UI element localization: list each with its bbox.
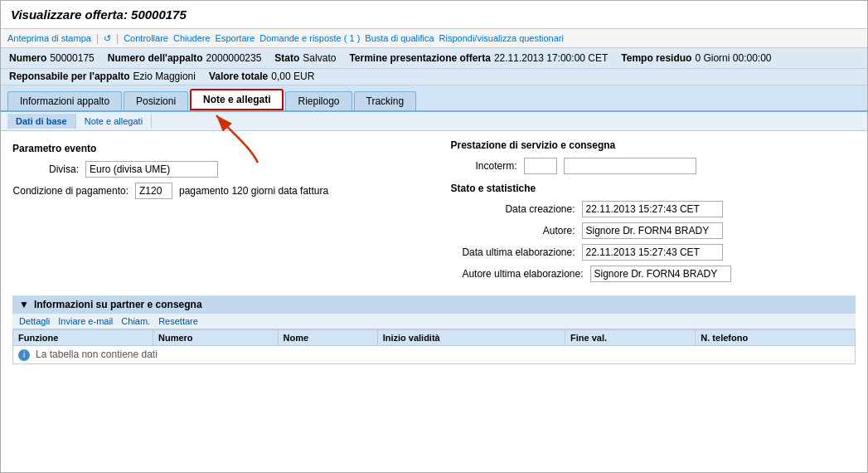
data-creazione-input[interactable] — [582, 201, 723, 217]
info-icon: i — [18, 349, 30, 361]
two-col-layout: Parametro evento Divisa: Condizione di p… — [12, 139, 856, 287]
tab-note[interactable]: Note e allegati — [190, 89, 284, 110]
left-section-title: Parametro evento — [12, 143, 418, 154]
content-area: Parametro evento Divisa: Condizione di p… — [1, 131, 867, 373]
toolbar-esportare[interactable]: Esportare — [216, 33, 255, 43]
info-numero: Numero 50000175 — [9, 52, 95, 64]
tab-informazioni[interactable]: Informazioni appalto — [7, 91, 122, 110]
title-bar: Visualizzare offerta: 50000175 — [1, 1, 867, 29]
valore-value: 0,00 EUR — [271, 71, 314, 82]
partner-section-title: Informazioni su partner e consegna — [34, 299, 202, 310]
stato-label: Stato — [274, 52, 299, 64]
autore-elaborazione-label: Autore ultima elaborazione: — [451, 268, 584, 280]
info-tempo: Tempo residuo 0 Giorni 00:00:00 — [621, 52, 771, 64]
condizione-row: Condizione di pagamento: pagamento 120 g… — [12, 183, 418, 199]
toolbar-domande[interactable]: Domande e risposte ( 1 ) — [259, 33, 360, 43]
toolbar-anteprima[interactable]: Anteprima di stampa — [7, 33, 91, 43]
info-valore: Valore totale 0,00 EUR — [209, 71, 314, 82]
divisa-input[interactable] — [85, 161, 218, 178]
col-telefono: N. telefono — [696, 330, 856, 346]
termine-value: 22.11.2013 17:00:00 CET — [494, 52, 608, 64]
autore-elaborazione-input[interactable] — [590, 266, 731, 282]
tabs-container: Informazioni appalto Posizioni Note e al… — [1, 85, 867, 112]
data-elaborazione-row: Data ultima elaborazione: — [451, 244, 856, 261]
incoterm-input2[interactable] — [564, 158, 696, 174]
col-inizio: Inizio validità — [377, 330, 565, 346]
partner-toolbar: Dettagli Inviare e-mail Chiam. Resettare — [12, 314, 856, 329]
incoterm-row: Incoterm: — [451, 158, 856, 174]
tab-tracking[interactable]: Tracking — [354, 91, 417, 110]
appalto-label: Numero dell'appalto — [108, 52, 203, 64]
partner-dettagli[interactable]: Dettagli — [19, 316, 50, 326]
partner-chiam[interactable]: Chiam. — [121, 316, 150, 326]
subtab-dati-base[interactable]: Dati di base — [7, 114, 76, 129]
no-data-cell: i La tabella non contiene dati — [13, 346, 856, 364]
partner-table: Funzione Numero Nome Inizio validità Fin… — [12, 329, 856, 364]
stats-title: Stato e statistiche — [451, 183, 856, 194]
condizione-label: Condizione di pagamento: — [12, 185, 129, 197]
tab-posizioni[interactable]: Posizioni — [124, 91, 188, 110]
autore-label: Autore: — [451, 225, 575, 236]
tempo-label: Tempo residuo — [621, 52, 691, 64]
tabs-row: Informazioni appalto Posizioni Note e al… — [1, 85, 867, 112]
stato-value: Salvato — [303, 52, 336, 64]
col-nome: Nome — [278, 330, 377, 346]
data-elaborazione-input[interactable] — [582, 244, 723, 261]
info-bar: Numero 50000175 Numero dell'appalto 2000… — [1, 48, 867, 69]
divisa-row: Divisa: — [12, 161, 418, 178]
left-column: Parametro evento Divisa: Condizione di p… — [12, 139, 434, 287]
data-elaborazione-label: Data ultima elaborazione: — [451, 246, 575, 258]
partner-table-area: Funzione Numero Nome Inizio validità Fin… — [12, 329, 856, 364]
incoterm-input1[interactable] — [524, 158, 557, 174]
responsabile-label: Reponsabile per l'appalto — [9, 71, 130, 82]
table-row: i La tabella non contiene dati — [13, 346, 856, 364]
subtab-note-allegati[interactable]: Note e allegati — [76, 114, 152, 129]
autore-row: Autore: — [451, 222, 856, 239]
toolbar-chiudere[interactable]: Chiudere — [173, 33, 211, 43]
tab-riepilogo[interactable]: Riepilogo — [285, 91, 352, 110]
responsabile-value: Ezio Maggioni — [133, 71, 196, 82]
condizione-desc: pagamento 120 giorni data fattura — [179, 185, 328, 197]
condizione-code-input[interactable] — [135, 183, 172, 199]
toolbar-controllare[interactable]: Controllare — [124, 33, 168, 43]
no-data-text: La tabella non contiene dati — [36, 349, 158, 360]
partner-email[interactable]: Inviare e-mail — [58, 316, 113, 326]
col-fine: Fine val. — [565, 330, 696, 346]
divisa-label: Divisa: — [12, 163, 79, 175]
data-creazione-row: Data creazione: — [451, 201, 856, 217]
toolbar-sep-2: | — [116, 32, 119, 44]
incoterm-label: Incoterm: — [451, 160, 517, 172]
table-header-row: Funzione Numero Nome Inizio validità Fin… — [13, 330, 856, 346]
numero-value: 50000175 — [50, 52, 94, 64]
info-bar-2: Reponsabile per l'appalto Ezio Maggioni … — [1, 69, 867, 85]
info-appalto: Numero dell'appalto 2000000235 — [108, 52, 262, 64]
data-creazione-label: Data creazione: — [451, 203, 575, 215]
partner-resettare[interactable]: Resettare — [158, 316, 198, 326]
service-title: Prestazione di servizio e consegna — [451, 139, 856, 151]
subtabs-row: Dati di base Note e allegati — [1, 112, 867, 131]
autore-elaborazione-row: Autore ultima elaborazione: — [451, 266, 856, 282]
toolbar-rispondi[interactable]: Rispondi/visualizza questionari — [439, 33, 564, 43]
info-termine: Termine presentazione offerta 22.11.2013… — [349, 52, 608, 64]
toolbar-sep-1: | — [96, 32, 99, 44]
toolbar-refresh[interactable]: ↺ — [104, 33, 111, 44]
toolbar: Anteprima di stampa | ↺ | Controllare Ch… — [1, 29, 867, 48]
partner-section-header[interactable]: ▼ Informazioni su partner e consegna — [12, 295, 856, 314]
numero-label: Numero — [9, 52, 46, 64]
info-stato: Stato Salvato — [274, 52, 336, 64]
termine-label: Termine presentazione offerta — [349, 52, 490, 64]
appalto-value: 2000000235 — [206, 52, 262, 64]
col-numero: Numero — [153, 330, 278, 346]
tempo-value: 0 Giorni 00:00:00 — [695, 52, 771, 64]
autore-input[interactable] — [582, 222, 723, 239]
page-title: Visualizzare offerta: 50000175 — [11, 7, 857, 22]
col-funzione: Funzione — [13, 330, 153, 346]
toolbar-busta[interactable]: Busta di qualifica — [365, 33, 434, 43]
right-column: Prestazione di servizio e consegna Incot… — [434, 139, 856, 287]
collapse-arrow-icon: ▼ — [19, 299, 29, 310]
info-responsabile: Reponsabile per l'appalto Ezio Maggioni — [9, 71, 196, 82]
valore-label: Valore totale — [209, 71, 268, 82]
